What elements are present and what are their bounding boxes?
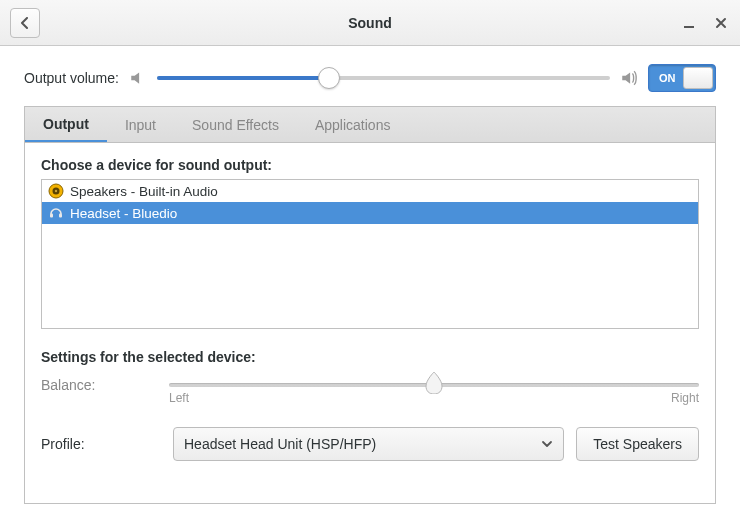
svg-rect-4	[50, 214, 53, 218]
tab-applications[interactable]: Applications	[297, 107, 409, 142]
volume-low-icon	[129, 69, 147, 87]
close-button[interactable]	[712, 14, 730, 32]
content-area: Output volume: ON Output Input Sound Eff…	[0, 46, 740, 528]
choose-device-label: Choose a device for sound output:	[41, 157, 699, 173]
balance-right-label: Right	[671, 391, 699, 405]
device-settings-section: Settings for the selected device: Balanc…	[41, 349, 699, 461]
tab-label: Output	[43, 116, 89, 132]
balance-left-label: Left	[169, 391, 189, 405]
tab-label: Input	[125, 117, 156, 133]
tab-output[interactable]: Output	[25, 107, 107, 143]
tab-input[interactable]: Input	[107, 107, 174, 142]
balance-label: Balance:	[41, 373, 161, 393]
tab-bar: Output Input Sound Effects Applications	[24, 106, 716, 142]
minimize-button[interactable]	[680, 14, 698, 32]
output-panel: Choose a device for sound output: Speake…	[24, 142, 716, 504]
device-label: Speakers - Built-in Audio	[70, 184, 218, 199]
tab-sound-effects[interactable]: Sound Effects	[174, 107, 297, 142]
device-row-headset[interactable]: Headset - Bluedio	[42, 202, 698, 224]
window-title: Sound	[0, 15, 740, 31]
balance-row: Balance: Left Right	[41, 373, 699, 405]
volume-high-icon	[620, 69, 638, 87]
slider-fill	[157, 76, 329, 80]
slider-thumb[interactable]	[318, 67, 340, 89]
balance-slider[interactable]: Left Right	[169, 373, 699, 405]
svg-rect-5	[59, 214, 62, 218]
svg-rect-0	[684, 26, 694, 28]
profile-combobox[interactable]: Headset Head Unit (HSP/HFP)	[173, 427, 564, 461]
profile-selected-text: Headset Head Unit (HSP/HFP)	[184, 436, 376, 452]
test-speakers-button[interactable]: Test Speakers	[576, 427, 699, 461]
output-volume-row: Output volume: ON	[24, 64, 716, 92]
switch-knob	[683, 67, 713, 89]
chevron-left-icon	[19, 17, 31, 29]
profile-row: Profile: Headset Head Unit (HSP/HFP) Tes…	[41, 427, 699, 461]
output-volume-switch[interactable]: ON	[648, 64, 716, 92]
button-label: Test Speakers	[593, 436, 682, 452]
device-label: Headset - Bluedio	[70, 206, 177, 221]
output-volume-slider[interactable]	[157, 68, 610, 88]
profile-label: Profile:	[41, 436, 161, 452]
window-controls	[680, 14, 730, 32]
slider-track	[157, 76, 610, 80]
switch-on-label: ON	[659, 72, 676, 84]
chevron-down-icon	[541, 438, 553, 450]
back-button[interactable]	[10, 8, 40, 38]
tab-label: Sound Effects	[192, 117, 279, 133]
output-volume-label: Output volume:	[24, 70, 119, 86]
settings-label: Settings for the selected device:	[41, 349, 699, 365]
tab-label: Applications	[315, 117, 391, 133]
headset-icon	[48, 205, 64, 221]
svg-point-3	[55, 190, 57, 192]
speaker-icon	[48, 183, 64, 199]
balance-thumb[interactable]	[425, 372, 443, 394]
device-row-speakers[interactable]: Speakers - Built-in Audio	[42, 180, 698, 202]
title-bar: Sound	[0, 0, 740, 46]
output-device-list[interactable]: Speakers - Built-in Audio Headset - Blue…	[41, 179, 699, 329]
